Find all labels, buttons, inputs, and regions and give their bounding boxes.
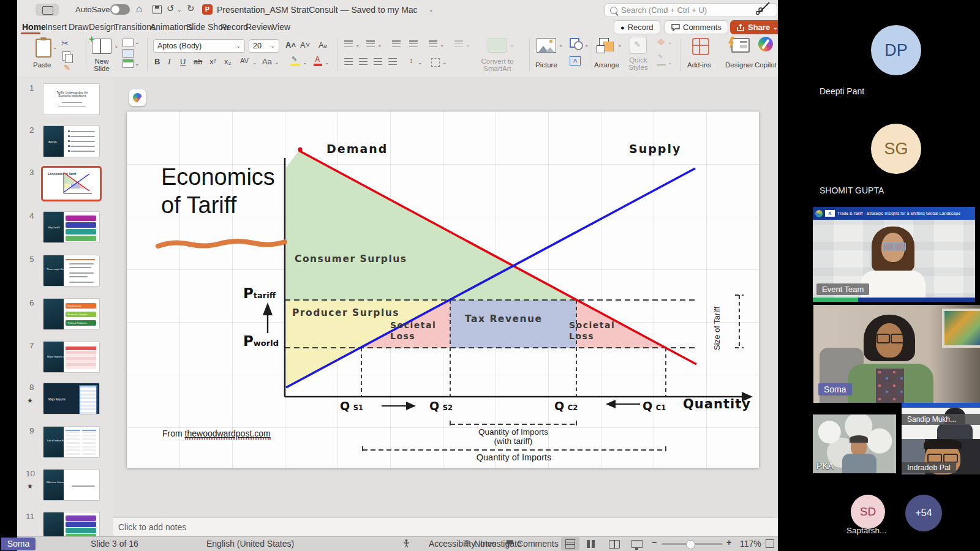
shape-outline-icon[interactable]: ✎	[657, 58, 666, 66]
slide-sorter-view-button[interactable]	[587, 540, 595, 548]
quick-styles-label[interactable]: Quick Styles	[625, 56, 652, 71]
numbering-chevron-icon[interactable]: ⌄	[377, 42, 382, 48]
slide-thumbnail-2[interactable]: Agenda	[43, 126, 100, 157]
italic-button[interactable]: I	[168, 57, 170, 67]
section-chevron-icon[interactable]: ⌄	[135, 61, 140, 67]
bullets-chevron-icon[interactable]: ⌄	[355, 42, 360, 48]
record-button[interactable]: ● Record	[614, 20, 660, 34]
participant-avatar-dp[interactable]: DP	[871, 25, 921, 75]
slide-thumbnail-8[interactable]: Major Exports	[43, 383, 100, 414]
change-case-button[interactable]: Aa	[262, 57, 272, 66]
zoom-slider-knob[interactable]	[686, 540, 695, 549]
layout-icon[interactable]	[123, 39, 134, 47]
underline-button[interactable]: U	[180, 57, 186, 66]
designer-icon[interactable]	[731, 38, 750, 53]
convert-smartart-label[interactable]: Convert to SmartArt	[475, 58, 519, 72]
fit-to-window-button[interactable]	[766, 539, 774, 548]
redo-icon[interactable]: ↻	[187, 3, 195, 14]
shrink-font-button[interactable]: A˅	[300, 40, 310, 50]
notes-toggle[interactable]: Notes	[474, 539, 497, 549]
clear-formatting-button[interactable]: A⌀	[318, 40, 327, 50]
zoom-slider[interactable]	[662, 543, 723, 545]
normal-view-button[interactable]	[561, 537, 579, 550]
increase-indent-icon[interactable]	[409, 40, 418, 47]
slide[interactable]: Economicsof Tariff Demand Supply Consume…	[127, 111, 759, 468]
font-color-button[interactable]: A	[314, 56, 322, 66]
line-spacing-icon[interactable]	[429, 40, 437, 47]
highlight-color-button[interactable]: ✎	[290, 58, 300, 66]
character-spacing-chevron-icon[interactable]: ⌄	[252, 59, 257, 66]
new-slide-icon[interactable]: +	[92, 39, 111, 54]
arrange-icon[interactable]	[599, 38, 609, 48]
home-icon[interactable]: ⌂	[136, 3, 142, 15]
tab-review[interactable]: Review	[246, 22, 274, 32]
columns-chevron-icon[interactable]: ⌄	[466, 42, 470, 48]
zoom-percentage[interactable]: 117%	[740, 539, 761, 549]
copilot-icon[interactable]	[758, 37, 773, 51]
comments-toggle[interactable]: Comments	[517, 539, 559, 549]
grow-font-button[interactable]: A˄	[285, 40, 296, 50]
slide-thumbnail-4[interactable]: Why Tariff?	[43, 211, 100, 243]
add-ins-label[interactable]: Add-ins	[687, 61, 711, 69]
new-slide-chevron-icon[interactable]: ⌄	[114, 43, 119, 49]
zoom-in-button[interactable]: +	[726, 538, 731, 547]
paste-icon[interactable]	[36, 39, 51, 58]
numbering-icon[interactable]	[366, 40, 375, 47]
tab-record[interactable]: Record	[221, 22, 248, 32]
text-direction-icon[interactable]: ↕	[409, 56, 413, 65]
quick-styles-icon[interactable]: ✎	[630, 37, 647, 54]
comments-button[interactable]: Comments	[665, 20, 728, 34]
copy-icon[interactable]	[62, 51, 70, 61]
shapes-icon[interactable]	[570, 38, 579, 48]
new-slide-label[interactable]: New Slide	[87, 58, 116, 72]
tab-transitions[interactable]: Transitions	[114, 22, 156, 32]
designer-label[interactable]: Designer	[725, 61, 753, 69]
search-input[interactable]: Search (Cmd + Ctrl + U)	[605, 3, 777, 17]
superscript-button[interactable]: x²	[209, 57, 216, 66]
highlight-chevron-icon[interactable]: ⌄	[303, 59, 307, 66]
window-app-button[interactable]	[36, 4, 59, 16]
slide-thumbnail-1[interactable]: Tariffs: Understanding the Economic Impl…	[43, 83, 100, 115]
bold-button[interactable]: B	[154, 57, 160, 66]
video-tile-sandip[interactable]: Sandip Mukh...	[902, 403, 980, 439]
shapes-chevron-icon[interactable]: ⌄	[584, 42, 589, 48]
slide-thumbnail-5[interactable]: Three major Economic Problems	[43, 255, 100, 287]
line-spacing-chevron-icon[interactable]: ⌄	[440, 42, 445, 48]
bullets-icon[interactable]	[344, 40, 353, 47]
slide-thumbnail-11[interactable]	[43, 512, 100, 536]
save-icon[interactable]	[153, 5, 162, 14]
slide-thumbnail-10[interactable]: Effect on Consumers	[43, 469, 100, 501]
arrange-label[interactable]: Arrange	[594, 61, 619, 69]
autosave-toggle[interactable]	[110, 4, 130, 15]
slide-number-status[interactable]: Slide 3 of 16	[91, 539, 138, 549]
subscript-button[interactable]: x₂	[224, 57, 232, 66]
font-name-select[interactable]: Aptos (Body)⌄	[153, 39, 245, 53]
participant-avatar-sd[interactable]: SD	[851, 495, 885, 529]
shape-fill-chevron-icon[interactable]: ⌄	[668, 39, 673, 45]
section-icon[interactable]	[123, 59, 134, 68]
align-text-icon[interactable]	[431, 58, 440, 67]
share-button[interactable]: Share ⌄	[730, 20, 785, 34]
picture-chevron-icon[interactable]: ⌄	[559, 42, 564, 48]
arrange-chevron-icon[interactable]: ⌄	[617, 42, 622, 48]
tab-home[interactable]: Home	[22, 22, 46, 32]
slide-thumbnail-9[interactable]: List of Indian Exports	[43, 426, 100, 458]
zoom-out-button[interactable]: −	[652, 538, 657, 547]
copilot-label[interactable]: Copilot	[755, 61, 777, 69]
copilot-canvas-button[interactable]	[129, 89, 146, 106]
font-color-chevron-icon[interactable]: ⌄	[325, 59, 330, 66]
text-box-icon[interactable]: A	[570, 56, 581, 66]
notes-pane[interactable]: Click to add notes	[113, 517, 778, 537]
video-tile-indradeb[interactable]: Indradeb Pal	[902, 439, 980, 474]
layout-chevron-icon[interactable]: ⌄	[135, 39, 140, 45]
tab-view[interactable]: View	[272, 22, 290, 32]
decrease-indent-icon[interactable]	[392, 40, 401, 47]
change-case-chevron-icon[interactable]: ⌄	[274, 59, 279, 66]
video-tile-soma[interactable]: Soma	[813, 305, 980, 403]
participant-overflow-count[interactable]: +54	[905, 495, 942, 531]
align-left-icon[interactable]	[344, 58, 353, 65]
align-text-chevron-icon[interactable]: ⌄	[442, 59, 447, 66]
language-status[interactable]: English (United States)	[206, 539, 294, 549]
strikethrough-button[interactable]: ab	[194, 57, 202, 66]
add-ins-icon[interactable]	[692, 38, 709, 55]
